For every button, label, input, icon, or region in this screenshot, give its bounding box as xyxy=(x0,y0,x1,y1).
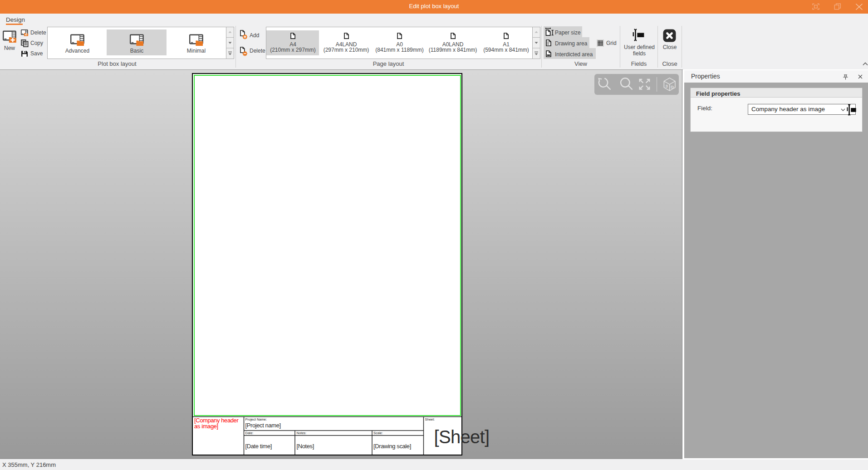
svg-text:3: 3 xyxy=(666,83,668,88)
svg-text:D: D xyxy=(671,84,674,89)
